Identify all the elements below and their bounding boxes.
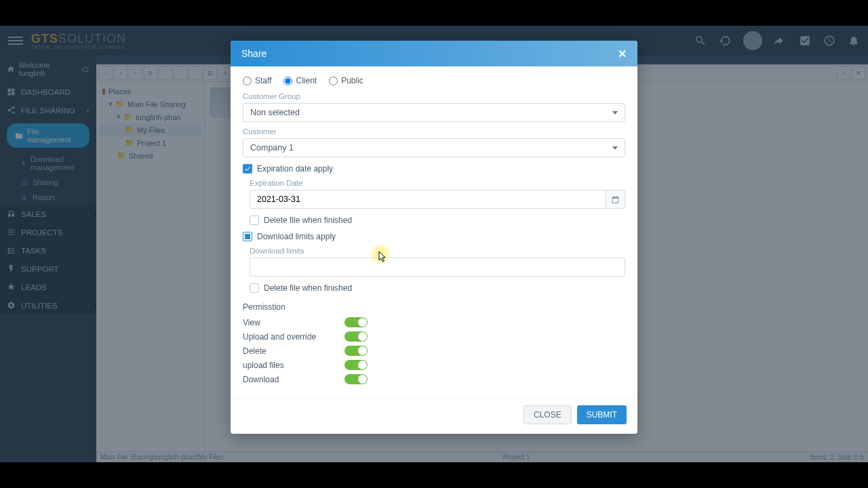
perm-label: Upload and override bbox=[243, 332, 344, 342]
radio-client[interactable]: Client bbox=[283, 76, 317, 85]
close-icon[interactable]: ✕ bbox=[618, 47, 627, 60]
customer-label: Customer bbox=[243, 127, 625, 136]
permission-section-label: Permisstion bbox=[243, 302, 625, 312]
checkbox-checked-icon bbox=[243, 164, 252, 174]
delete-finished-label: Delete file when finished bbox=[264, 283, 352, 293]
radio-staff[interactable]: Staff bbox=[243, 76, 271, 85]
customer-group-label: Customer Group bbox=[243, 92, 625, 100]
customer-select[interactable]: Company 1 bbox=[243, 138, 625, 157]
expiration-apply-label: Expiration date apply bbox=[257, 164, 333, 174]
delete-when-finished-2[interactable]: Delete file when finished bbox=[250, 283, 625, 293]
close-button[interactable]: CLOSE bbox=[524, 405, 572, 424]
toggle-delete[interactable] bbox=[344, 346, 368, 356]
radio-public[interactable]: Public bbox=[329, 76, 363, 85]
customer-value: Company 1 bbox=[250, 143, 294, 152]
download-limits-apply-checkbox[interactable]: Download limits apply bbox=[243, 232, 625, 241]
perm-label: Delete bbox=[243, 346, 344, 356]
share-modal: Share ✕ Staff Client Public Customer Gro… bbox=[231, 41, 637, 434]
perm-delete: Delete bbox=[243, 346, 625, 356]
delete-when-finished-1[interactable]: Delete file when finished bbox=[250, 216, 625, 225]
submit-button[interactable]: SUBMIT bbox=[577, 405, 627, 424]
caret-down-icon bbox=[612, 146, 618, 150]
modal-header: Share ✕ bbox=[231, 41, 637, 66]
audience-radio-group: Staff Client Public bbox=[243, 76, 625, 85]
toggle-download[interactable] bbox=[344, 374, 368, 384]
checkbox-indeterminate-icon bbox=[243, 232, 252, 241]
checkbox-unchecked-icon bbox=[250, 216, 259, 225]
perm-label: View bbox=[243, 318, 344, 327]
customer-group-value: Non selected bbox=[250, 108, 300, 117]
download-limits-label: Download limits bbox=[250, 247, 625, 255]
modal-title: Share bbox=[241, 48, 267, 59]
letterbox-bottom bbox=[0, 462, 868, 488]
expiration-date-input[interactable] bbox=[250, 190, 606, 209]
expiration-date-label: Expiration Date bbox=[250, 179, 625, 187]
app-root: GTSSOLUTION DIGITAL SOLUTIONS FOR BUSINE… bbox=[0, 26, 868, 462]
perm-label: Download bbox=[243, 375, 344, 384]
perm-upload-override: Upload and override bbox=[243, 331, 625, 342]
download-limits-input[interactable] bbox=[250, 258, 625, 277]
toggle-view[interactable] bbox=[344, 317, 368, 327]
checkbox-unchecked-icon bbox=[250, 283, 259, 293]
customer-group-select[interactable]: Non selected bbox=[243, 103, 625, 122]
download-limits-apply-label: Download limits apply bbox=[257, 232, 336, 241]
toggle-upload-files[interactable] bbox=[344, 360, 368, 370]
calendar-icon[interactable] bbox=[606, 190, 625, 209]
letterbox-top bbox=[0, 0, 868, 26]
perm-label: upload files bbox=[243, 361, 344, 370]
modal-footer: CLOSE SUBMIT bbox=[231, 398, 637, 434]
perm-upload-files: upload files bbox=[243, 360, 625, 370]
delete-finished-label: Delete file when finished bbox=[264, 216, 352, 225]
toggle-upload-override[interactable] bbox=[344, 331, 368, 342]
perm-view: View bbox=[243, 317, 625, 327]
caret-down-icon bbox=[612, 111, 618, 115]
perm-download: Download bbox=[243, 374, 625, 384]
expiration-apply-checkbox[interactable]: Expiration date apply bbox=[243, 164, 625, 174]
